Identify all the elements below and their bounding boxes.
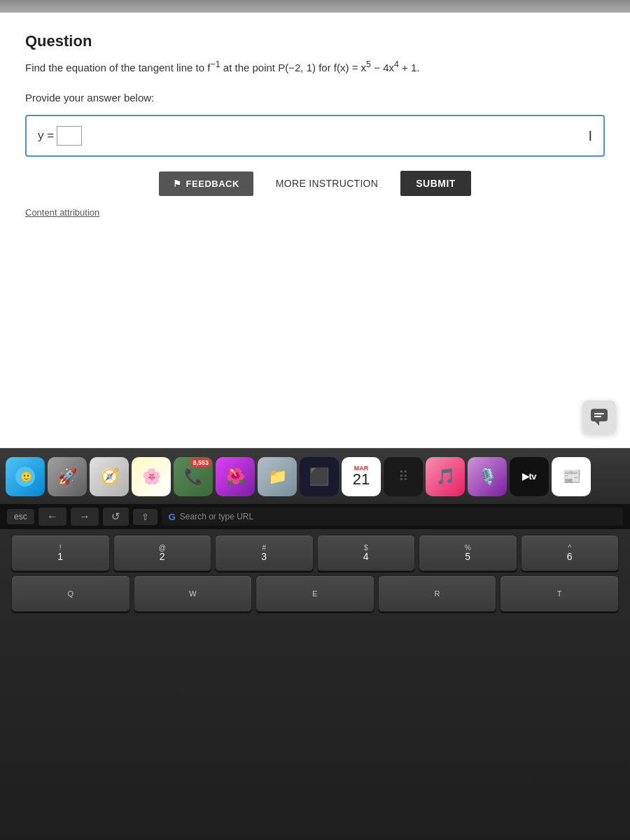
- svg-marker-1: [595, 421, 599, 426]
- feedback-button[interactable]: ⚑ FEEDBACK: [159, 172, 253, 196]
- inverse-notation: −1: [210, 62, 220, 74]
- dock-safari[interactable]: 🧭: [90, 457, 129, 496]
- key-q[interactable]: Q: [11, 575, 130, 612]
- question-text-p3: − 4x: [371, 62, 394, 74]
- cursor-indicator: I: [588, 128, 592, 144]
- svg-text:🙂: 🙂: [20, 471, 33, 483]
- question-label: Question: [25, 32, 605, 50]
- url-search-bar[interactable]: G Search or type URL: [162, 507, 623, 526]
- feedback-icon: ⚑: [173, 178, 182, 189]
- key-2[interactable]: @ 2: [113, 535, 212, 571]
- flowers-icon: 🌺: [226, 468, 245, 486]
- calendar-day: 21: [353, 472, 370, 487]
- dock-calendar[interactable]: MAR 21: [342, 457, 381, 496]
- chat-bubble-icon[interactable]: [582, 400, 616, 434]
- answer-input[interactable]: [57, 126, 82, 146]
- dock-podcast[interactable]: 🎙️: [468, 457, 507, 496]
- badge-count: 8,553: [190, 458, 211, 467]
- forward-button[interactable]: →: [71, 507, 99, 526]
- question-text-p4: + 1.: [399, 62, 420, 74]
- dock-photos[interactable]: 🌸: [132, 457, 171, 496]
- exp4: 4: [394, 59, 399, 69]
- provide-label: Provide your answer below:: [25, 92, 605, 104]
- more-instruction-button[interactable]: MORE INSTRUCTION: [262, 171, 392, 196]
- question-text-p1: Find the equation of the tangent line to…: [25, 62, 210, 74]
- key-3[interactable]: # 3: [215, 535, 314, 571]
- qwert-row: Q W E R T: [11, 575, 619, 612]
- key-r[interactable]: R: [378, 575, 497, 612]
- submit-label: SUBMIT: [416, 178, 456, 189]
- content-area: Question Find the equation of the tangen…: [0, 13, 630, 448]
- content-attribution[interactable]: Content attribution: [25, 207, 605, 218]
- back-button[interactable]: ←: [38, 507, 66, 526]
- answer-prefix: y =: [38, 126, 82, 146]
- dock-area: 🙂 🚀 🧭 🌸 📞 8,553 🌺 📁 ⬛ MAR 21 ⠿ 🎵 🎙️ ▶tv: [0, 448, 630, 504]
- key-t[interactable]: T: [500, 575, 619, 612]
- answer-box[interactable]: y = I: [25, 115, 605, 157]
- feedback-label: FEEDBACK: [186, 178, 239, 189]
- search-placeholder: Search or type URL: [180, 512, 253, 522]
- podcast-icon: 🎙️: [478, 468, 497, 486]
- dock-appletv[interactable]: ▶tv: [510, 457, 549, 496]
- dock-music[interactable]: 🎵: [426, 457, 465, 496]
- safari-icon: 🧭: [100, 468, 119, 486]
- news-icon: 📰: [562, 468, 581, 486]
- launchpad-icon: 🚀: [58, 468, 77, 486]
- appletv-label: ▶tv: [522, 471, 536, 482]
- touch-bar: esc ← → ↺ ⇧ G Search or type URL: [0, 504, 630, 529]
- screen-top-bar: [0, 0, 630, 13]
- number-row: ! 1 @ 2 # 3 $ 4 % 5 ^ 6: [11, 535, 619, 571]
- exp5: 5: [366, 59, 371, 69]
- key-e[interactable]: E: [255, 575, 374, 612]
- music-icon: 🎵: [436, 468, 455, 486]
- dock-appstore[interactable]: ⬛: [300, 457, 339, 496]
- phone-icon: 📞: [184, 468, 203, 486]
- dock-dots[interactable]: ⠿: [384, 457, 423, 496]
- dock-flowers[interactable]: 🌺: [216, 457, 255, 496]
- appstore-icon: ⬛: [309, 467, 330, 486]
- svg-rect-0: [591, 409, 608, 421]
- buttons-row: ⚑ FEEDBACK MORE INSTRUCTION SUBMIT: [25, 171, 605, 196]
- key-w[interactable]: W: [134, 575, 253, 612]
- question-body: Find the equation of the tangent line to…: [25, 57, 605, 76]
- question-text-p2: at the point P(−2, 1) for f(x) = x: [220, 62, 366, 74]
- key-5[interactable]: % 5: [419, 535, 517, 571]
- google-g-icon: G: [169, 512, 176, 522]
- key-4[interactable]: $ 4: [317, 535, 416, 571]
- screen: Question Find the equation of the tangen…: [0, 0, 630, 448]
- submit-button[interactable]: SUBMIT: [400, 171, 471, 196]
- keyboard-rows: ! 1 @ 2 # 3 $ 4 % 5 ^ 6: [0, 529, 630, 840]
- more-instruction-label: MORE INSTRUCTION: [276, 178, 378, 189]
- photos-icon: 🌸: [142, 468, 161, 486]
- y-equals: y =: [38, 129, 54, 143]
- dock-finder[interactable]: 🙂: [6, 457, 45, 496]
- key-6[interactable]: ^ 6: [521, 535, 620, 571]
- dock-folder[interactable]: 📁: [258, 457, 297, 496]
- refresh-button[interactable]: ↺: [103, 507, 129, 526]
- dots-icon: ⠿: [398, 468, 409, 485]
- esc-key[interactable]: esc: [7, 509, 34, 524]
- dock-phone[interactable]: 📞 8,553: [174, 457, 213, 496]
- dock-launchpad[interactable]: 🚀: [48, 457, 87, 496]
- home-button[interactable]: ⇧: [133, 509, 158, 525]
- folder-icon: 📁: [268, 468, 287, 486]
- key-1[interactable]: ! 1: [11, 535, 110, 571]
- keyboard-area: esc ← → ↺ ⇧ G Search or type URL ! 1 @ 2…: [0, 504, 630, 840]
- dock-news[interactable]: 📰: [552, 457, 591, 496]
